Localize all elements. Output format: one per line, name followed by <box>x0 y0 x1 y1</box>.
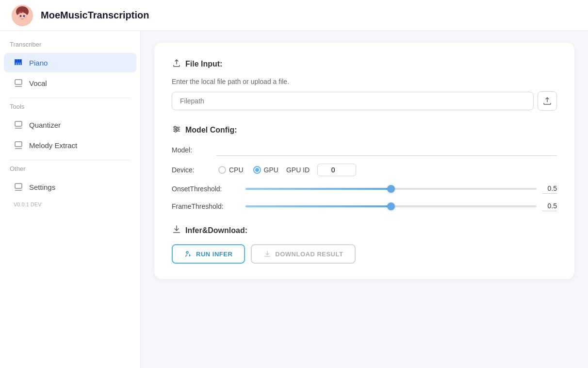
infer-section: Infer&Download: RUN INFER <box>172 225 557 264</box>
sidebar-item-vocal[interactable]: Vocal <box>4 73 136 93</box>
svg-point-6 <box>18 17 21 18</box>
avatar <box>12 5 33 26</box>
sidebar-divider-2 <box>10 160 131 160</box>
filepath-input[interactable] <box>172 92 534 110</box>
frame-threshold-row: FrameThreshold: 0.5 <box>172 201 557 211</box>
svg-point-27 <box>174 126 176 128</box>
main-layout: Transcriber Piano <box>0 31 588 368</box>
main-content: File Input: Enter the local file path or… <box>141 31 588 368</box>
device-field-label: Device: <box>172 166 211 174</box>
svg-rect-16 <box>15 80 22 84</box>
gpu-radio-circle <box>253 166 261 174</box>
frame-slider-thumb[interactable] <box>387 202 395 210</box>
sidebar-item-quantizer[interactable]: Quantizer <box>4 115 136 134</box>
sidebar-item-piano-label: Piano <box>29 59 48 67</box>
gpu-id-input[interactable] <box>317 164 356 176</box>
model-field-label: Model: <box>172 146 211 154</box>
model-input[interactable] <box>216 144 557 156</box>
cpu-label: CPU <box>229 166 244 174</box>
infer-icon <box>172 225 181 236</box>
version-text: V0.0.1 DEV <box>0 198 140 211</box>
infer-header: Infer&Download: <box>172 225 557 236</box>
svg-rect-22 <box>15 184 22 188</box>
download-result-button[interactable]: DOWNLOAD RESULT <box>251 244 356 264</box>
frame-label: FrameThreshold: <box>172 202 240 210</box>
sidebar-item-melody-extract-label: Melody Extract <box>29 141 77 150</box>
svg-point-29 <box>175 130 177 132</box>
file-hint: Enter the local file path or upload a fi… <box>172 78 557 85</box>
frame-slider-fill <box>245 205 391 207</box>
sidebar-item-settings[interactable]: Settings <box>4 177 136 197</box>
sidebar-item-quantizer-label: Quantizer <box>29 121 61 129</box>
sidebar-item-piano[interactable]: Piano <box>4 53 136 72</box>
transcriber-section-label: Transcriber <box>0 41 140 52</box>
device-radio-group: CPU GPU <box>218 166 278 174</box>
svg-point-30 <box>186 251 188 253</box>
model-row: Model: <box>172 144 557 156</box>
onset-slider-track <box>245 188 537 190</box>
quantizer-icon <box>14 120 23 130</box>
onset-label: OnsetThreshold: <box>172 185 240 193</box>
settings-icon <box>14 182 23 192</box>
infer-button-row: RUN INFER DOWNLOAD RESULT <box>172 244 557 264</box>
other-section-label: Other <box>0 165 140 176</box>
file-input-label: File Input: <box>185 60 222 68</box>
svg-point-7 <box>24 17 27 18</box>
svg-rect-10 <box>16 59 18 65</box>
upload-button[interactable] <box>538 91 557 111</box>
sidebar-divider-1 <box>10 98 131 98</box>
file-upload-icon <box>172 58 181 70</box>
vocal-icon <box>14 78 23 88</box>
svg-rect-20 <box>15 142 22 147</box>
svg-rect-13 <box>16 59 16 63</box>
svg-rect-14 <box>18 59 19 63</box>
svg-rect-18 <box>15 121 22 126</box>
sidebar-item-melody-extract[interactable]: Melody Extract <box>4 135 136 155</box>
content-card: File Input: Enter the local file path or… <box>154 43 574 279</box>
file-input-row <box>172 91 557 111</box>
run-infer-label: RUN INFER <box>196 251 232 258</box>
piano-icon <box>14 58 23 67</box>
svg-rect-15 <box>20 59 21 63</box>
sidebar: Transcriber Piano <box>0 31 141 368</box>
svg-point-8 <box>20 11 22 13</box>
cpu-option[interactable]: CPU <box>218 166 244 174</box>
model-config-label: Model Config: <box>185 126 237 134</box>
infer-section-label: Infer&Download: <box>185 226 247 235</box>
cpu-radio-circle <box>218 166 226 174</box>
frame-value: 0.5 <box>542 202 557 211</box>
sidebar-item-vocal-label: Vocal <box>29 79 47 87</box>
melody-extract-icon <box>14 140 23 150</box>
tools-section-label: Tools <box>0 103 140 114</box>
config-icon <box>172 124 181 136</box>
gpu-label: GPU <box>264 166 278 174</box>
sidebar-item-settings-label: Settings <box>29 183 55 191</box>
gpu-id-field-label: GPU ID <box>286 166 310 174</box>
app-title: MoeMusicTranscription <box>41 10 149 21</box>
frame-slider-track <box>245 205 537 207</box>
run-infer-button[interactable]: RUN INFER <box>172 244 245 264</box>
onset-value: 0.5 <box>542 184 557 194</box>
onset-threshold-row: OnsetThreshold: 0.5 <box>172 184 557 194</box>
onset-slider-fill <box>245 188 391 190</box>
onset-slider-thumb[interactable] <box>387 185 395 193</box>
app-header: MoeMusicTranscription <box>0 0 588 31</box>
model-config-section: Model Config: Model: Device: CPU <box>172 124 557 211</box>
onset-slider-container <box>245 184 537 194</box>
svg-point-28 <box>177 128 179 130</box>
file-input-section: File Input: Enter the local file path or… <box>172 58 557 111</box>
frame-slider-container <box>245 201 537 211</box>
svg-point-5 <box>23 15 25 17</box>
svg-point-4 <box>20 15 22 17</box>
model-config-header: Model Config: <box>172 124 557 136</box>
device-row: Device: CPU GPU GPU ID <box>172 164 557 176</box>
file-input-header: File Input: <box>172 58 557 70</box>
download-result-label: DOWNLOAD RESULT <box>275 251 343 258</box>
gpu-option[interactable]: GPU <box>253 166 278 174</box>
